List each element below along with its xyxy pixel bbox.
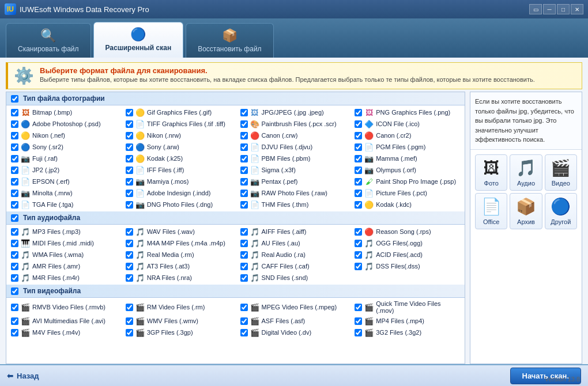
file-label: ACID Files(.acd) [376, 251, 423, 258]
at3-icon: 🎵 [135, 262, 145, 271]
file-label: IFF Files (.iff) [147, 166, 184, 173]
list-item: 🎬Quick Time Video Files (.mov) [350, 299, 465, 315]
audio-category-label: Аудио [517, 180, 535, 187]
tab-scan-file[interactable]: 🔍 Сканировать файл [6, 23, 91, 58]
list-item: 📷DNG Photo Files (.dng) [121, 199, 236, 210]
category-btn-other[interactable]: 🔵 Другой [545, 193, 577, 229]
maximize-button[interactable]: □ [557, 4, 570, 14]
back-button[interactable]: ⬅ Назад [7, 372, 39, 380]
category-btn-photo[interactable]: 🖼 Фото [475, 154, 507, 191]
category-btn-archive[interactable]: 📦 Архив [510, 193, 542, 229]
restore-file-icon: 📦 [222, 28, 238, 43]
list-item: 📷Pentax (.pef) [236, 176, 350, 187]
file-label: MIDI Files (.mid .midi) [32, 240, 94, 247]
section-video-checkbox[interactable] [11, 287, 18, 295]
qt-icon: 🎬 [364, 302, 374, 312]
list-item: 🟡Gif Graphics Files (.gif) [121, 107, 236, 118]
iff-icon: 📄 [135, 165, 145, 175]
file-label: RAW Photo Files (.raw) [262, 190, 328, 196]
archive-category-label: Архив [517, 218, 535, 225]
category-btn-office[interactable]: 📄 Office [475, 193, 507, 229]
raw-icon: 📷 [250, 188, 259, 198]
file-label: 3GP Files (.3gp) [147, 329, 193, 336]
close-button[interactable]: ✕ [571, 4, 583, 14]
pct-icon: 📄 [364, 188, 374, 198]
file-label: AMR Files (.amr) [32, 263, 80, 270]
snd-icon: 🎵 [250, 273, 259, 282]
tab-advanced-scan[interactable]: 🔵 Расширенный скан [93, 22, 184, 58]
tabbar: 🔍 Сканировать файл 🔵 Расширенный скан 📦 … [0, 18, 588, 58]
file-list-panel[interactable]: Тип файла фотографии 🖼Bitmap (.bmp) 🟡Gif… [6, 92, 465, 364]
category-btn-audio[interactable]: 🎵 Аудио [510, 154, 542, 191]
advanced-scan-icon: 🔵 [130, 27, 146, 42]
other-category-icon: 🔵 [551, 197, 571, 216]
olympus-icon: 📷 [364, 165, 374, 175]
list-item: 🎬MPEG Video Files (.mpeg) [236, 299, 350, 315]
list-item: 🔴Canon (.crw) [236, 130, 350, 141]
list-item: 🎬MP4 Files (.mp4) [350, 315, 465, 327]
nra-icon: 🎵 [135, 273, 145, 282]
file-label: CAFF Files (.caf) [262, 263, 310, 270]
dv-icon: 🎬 [250, 328, 259, 337]
scan-file-icon: 🔍 [40, 28, 56, 43]
section-audio-checkbox[interactable] [11, 214, 18, 222]
back-arrow-icon: ⬅ [7, 372, 13, 380]
warning-title: Выберите формат файла для сканирования. [40, 66, 535, 75]
warning-text: Выберите формат файла для сканирования. … [40, 66, 535, 83]
category-btn-video[interactable]: 🎬 Видео [545, 154, 577, 191]
file-label: THM Files (.thm) [262, 201, 309, 208]
midi-icon: 🎹 [21, 239, 30, 248]
rm-icon: 🎵 [135, 250, 145, 259]
file-label: Pentax (.pef) [262, 178, 298, 185]
png-icon: 🖼 [364, 108, 374, 117]
list-item: 📄EPSON (.erf) [6, 176, 121, 187]
list-item: 🎵AT3 Files (.at3) [121, 260, 236, 272]
file-label: Bitmap (.bmp) [32, 109, 72, 116]
ogg-icon: 🎵 [364, 239, 374, 248]
list-item: 🎬3G2 Files (.3g2) [350, 327, 465, 338]
tiff-icon: 📄 [135, 119, 145, 128]
mamiya-icon: 📷 [135, 177, 145, 186]
list-item: 🔵Adobe Photoshop (.psd) [6, 118, 121, 130]
list-item: 🔵Sony (.arw) [121, 141, 236, 153]
photo-category-label: Фото [484, 180, 499, 187]
warning-body: Выберите типы файлов, которые вы хотите … [40, 76, 535, 83]
minimize-button[interactable]: ─ [543, 4, 556, 14]
list-item: 📄TGA File (.tga) [6, 199, 121, 210]
file-label: Sigma (.x3f) [262, 166, 296, 173]
list-item: 🎵MP3 Files (.mp3) [6, 226, 121, 237]
office-category-icon: 📄 [481, 197, 502, 216]
file-label: Canon (.cr2) [376, 132, 411, 139]
3g2-icon: 🎬 [364, 328, 374, 337]
epson-icon: 📄 [21, 177, 30, 186]
file-label: TGA File (.tga) [32, 201, 74, 208]
section-photo-checkbox[interactable] [11, 95, 18, 103]
tab-restore-file[interactable]: 📦 Восстановить файл [186, 23, 273, 58]
video-file-grid: 🎬RMVB Video Files (.rmvb) 🎬RM Video File… [6, 298, 465, 339]
list-item: 🎵SND Files (.snd) [236, 272, 350, 283]
file-label: Minolta (.mrw) [32, 190, 73, 196]
file-label: ASF Files (.asf) [262, 317, 306, 324]
file-label: Mamiya (.mos) [147, 178, 189, 185]
file-label: Real Media (.rm) [147, 251, 194, 258]
file-label: DJVU Files (.djvu) [262, 143, 313, 150]
file-label: Canon (.crw) [262, 132, 298, 139]
list-item: 📄PBM Files (.pbm) [236, 153, 350, 164]
file-label: Mamma (.mef) [376, 155, 417, 162]
au-icon: 🎵 [250, 239, 259, 248]
djvu-icon: 📄 [250, 142, 259, 152]
list-item: 🎵CAFF Files (.caf) [236, 260, 350, 272]
jp2-icon: 📄 [21, 165, 30, 175]
video-category-label: Видео [552, 180, 570, 187]
restore-window-button[interactable]: ▭ [529, 4, 542, 14]
psd-icon: 🔵 [21, 119, 30, 128]
file-label: OGG Files(.ogg) [376, 240, 423, 247]
file-label: Kodak (.kdc) [376, 201, 412, 208]
nikon-icon: 🟡 [21, 131, 30, 140]
section-audio-header: Тип аудиофайла [6, 211, 465, 225]
list-item: 🖼PNG Graphics Files (.png) [350, 107, 465, 118]
category-buttons: 🖼 Фото 🎵 Аудио 🎬 Видео 📄 Office 📦 [470, 150, 582, 234]
ra-icon: 🎵 [250, 250, 259, 259]
list-item: 🎵DSS Files(.dss) [350, 260, 465, 272]
sigma-icon: 📄 [250, 165, 259, 175]
